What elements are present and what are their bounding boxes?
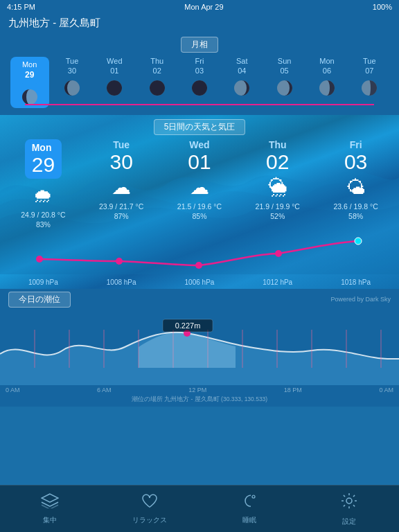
moon-day-8: Tue 07: [350, 57, 389, 97]
weather-humid-0: 83%: [36, 220, 51, 229]
bottom-nav: 集中 リラックス 睡眠 設定: [0, 485, 399, 532]
svg-point-7: [192, 80, 207, 96]
tide-time-label-1: 6 AM: [97, 387, 112, 393]
weather-temp-2: 21.5 / 19.6 °C: [177, 202, 222, 212]
status-date: Mon Apr 29: [184, 3, 223, 11]
status-bar: 4:15 PM Mon Apr 29 100%: [0, 0, 399, 14]
pressure-section: 1009 hPa1008 hPa1006 hPa1012 hPa1018 hPa: [0, 229, 399, 289]
tide-time-label-3: 18 PM: [284, 387, 302, 393]
tide-label-row: 今日の潮位 Powered by Dark Sky: [0, 292, 399, 309]
status-time: 4:15 PM: [7, 3, 35, 11]
weather-temp-1: 23.9 / 21.7 °C: [99, 202, 143, 212]
tide-chart-svg: 0.227m: [0, 309, 399, 385]
nav-item-relax[interactable]: リラックス: [100, 493, 200, 525]
weather-day-1: Tue30 ☁ 23.9 / 21.7 °C 87%: [87, 139, 155, 229]
weather-day-2: Wed01 ☁ 21.5 / 19.6 °C 85%: [166, 139, 233, 229]
weather-humid-1: 87%: [114, 212, 129, 220]
weather-day-0: Mon29 🌧 24.9 / 20.8 °C 83%: [9, 139, 77, 229]
moon-day-4: Fri 03: [180, 57, 219, 97]
moon-day-0: Mon 29: [10, 57, 49, 108]
weather-section-label: 5日間の天気と気圧: [0, 119, 399, 135]
gear-icon: [340, 492, 358, 514]
weather-icon-3: 🌦: [268, 176, 287, 199]
pressure-val-2: 1006 hPa: [166, 278, 233, 286]
svg-point-13: [116, 258, 123, 265]
pressure-val-0: 1009 hPa: [9, 278, 77, 286]
tide-time-label-4: 0 AM: [379, 387, 393, 393]
moon-day-5: Sat 04: [222, 57, 261, 97]
moon-day-3: Thu 02: [138, 57, 177, 97]
moon-day-2: Wed 01: [95, 57, 134, 97]
svg-point-16: [355, 238, 362, 245]
svg-point-15: [275, 250, 282, 257]
moon-section: 月相 Mon 29 Tue 30 Wed 01 Thu 02: [0, 34, 399, 115]
weather-icon-2: ☁: [190, 176, 209, 199]
svg-point-32: [252, 495, 255, 498]
moon-day-6: Sun 05: [265, 57, 304, 97]
weather-temp-0: 24.9 / 20.8 °C: [21, 210, 65, 220]
svg-text:0.227m: 0.227m: [175, 321, 201, 330]
layers-icon: [41, 493, 59, 513]
weather-humid-2: 85%: [192, 212, 206, 220]
weather-day-4: Fri03 🌤 23.6 / 19.8 °C 58%: [322, 139, 390, 229]
status-battery: 100%: [373, 3, 392, 11]
weather-humid-4: 58%: [348, 212, 363, 220]
powered-by: Powered by Dark Sky: [330, 296, 391, 303]
nav-label-settings: 設定: [342, 517, 356, 526]
svg-point-3: [107, 80, 122, 96]
weather-temp-3: 21.9 / 19.9 °C: [256, 202, 300, 212]
pressure-val-3: 1012 hPa: [244, 278, 312, 286]
svg-point-33: [346, 498, 352, 504]
heart-icon: [141, 493, 159, 513]
moon-day-1: Tue 30: [53, 57, 91, 97]
tide-section: 今日の潮位 Powered by Dark Sky: [0, 289, 399, 407]
tide-location: 潮位の場所 九州地方 - 屋久島町 (30.333, 130.533): [0, 395, 399, 407]
nav-label-relax: リラックス: [132, 515, 167, 525]
page-title: 九州地方 - 屋久島町: [0, 14, 399, 34]
nav-item-focus[interactable]: 集中: [0, 493, 100, 525]
tide-time-label-0: 0 AM: [6, 387, 20, 393]
tide-time-label-2: 12 PM: [188, 387, 206, 393]
sleep-moon-icon: [240, 493, 258, 513]
pressure-val-4: 1018 hPa: [322, 278, 390, 286]
moon-day-7: Mon 06: [308, 57, 346, 97]
weather-days-container: Mon29 🌧 24.9 / 20.8 °C 83% Tue30 ☁ 23.9 …: [0, 136, 399, 229]
weather-icon-0: 🌧: [33, 184, 53, 207]
moon-section-label: 月相: [6, 37, 393, 53]
pressure-values: 1009 hPa1008 hPa1006 hPa1012 hPa1018 hPa: [0, 278, 399, 286]
nav-item-settings[interactable]: 設定: [299, 492, 399, 526]
svg-point-12: [36, 256, 43, 263]
svg-point-5: [150, 80, 165, 96]
weather-day-3: Thu02 🌦 21.9 / 19.9 °C 52%: [244, 139, 312, 229]
tide-time-labels: 0 AM6 AM12 PM18 PM0 AM: [0, 385, 399, 395]
weather-icon-1: ☁: [112, 176, 131, 199]
pressure-chart: [0, 234, 399, 276]
nav-item-sleep[interactable]: 睡眠: [200, 493, 299, 525]
tide-chart: 0.227m: [0, 309, 399, 385]
weather-icon-4: 🌤: [346, 176, 366, 199]
nav-label-sleep: 睡眠: [242, 515, 256, 525]
weather-section: 5日間の天気と気圧 Mon29 🌧 24.9 / 20.8 °C 83% Tue…: [0, 115, 399, 289]
nav-label-focus: 集中: [43, 515, 57, 525]
weather-temp-4: 23.6 / 19.8 °C: [333, 202, 378, 212]
pressure-val-1: 1008 hPa: [87, 278, 155, 286]
weather-humid-3: 52%: [270, 212, 285, 220]
moon-days-container: Mon 29 Tue 30 Wed 01 Thu 02: [6, 57, 393, 108]
svg-point-14: [195, 262, 202, 269]
